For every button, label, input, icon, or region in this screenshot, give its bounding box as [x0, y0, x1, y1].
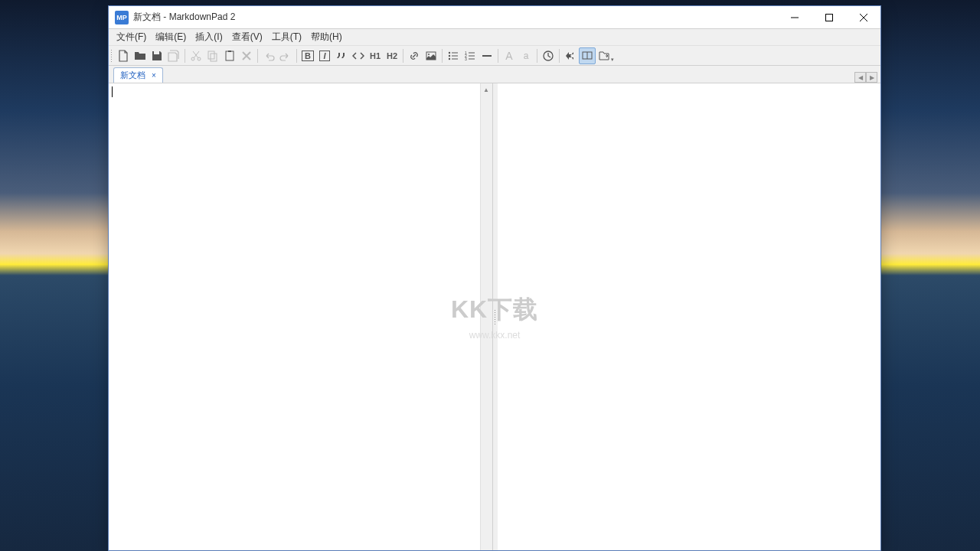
bullet-list-button[interactable]: [445, 47, 462, 64]
window-controls: [777, 6, 880, 28]
italic-button[interactable]: I: [316, 47, 333, 64]
copy-button: [204, 47, 221, 64]
tabbar: 新文档 × ◀ ▶: [109, 66, 880, 83]
link-button[interactable]: [406, 47, 423, 64]
horizontal-rule-button[interactable]: [479, 47, 495, 64]
app-icon: MP: [115, 11, 129, 24]
toolbar-grip: [110, 49, 113, 63]
toolbar-separator: [498, 49, 498, 63]
scroll-up-icon[interactable]: ▲: [481, 83, 492, 96]
toolbar-separator: [403, 49, 403, 63]
cut-button: [188, 47, 204, 64]
menu-file[interactable]: 文件(F): [112, 29, 151, 45]
menubar: 文件(F) 编辑(E) 插入(I) 查看(V) 工具(T) 帮助(H): [109, 29, 880, 46]
undo-button: [260, 47, 277, 64]
svg-rect-7: [211, 54, 217, 61]
quote-button[interactable]: [333, 47, 350, 64]
tab-nav: ◀ ▶: [854, 72, 877, 83]
toolbar-separator: [185, 49, 185, 63]
svg-point-13: [449, 54, 450, 56]
toggle-preview-button[interactable]: [562, 47, 579, 64]
toolbar-separator: [296, 49, 297, 63]
svg-point-12: [449, 51, 450, 53]
ordered-list-button[interactable]: 123: [462, 47, 479, 64]
delete-button: [238, 47, 255, 64]
image-button[interactable]: [423, 47, 439, 64]
svg-rect-8: [226, 51, 234, 60]
save-all-button: [165, 47, 182, 64]
h2-button[interactable]: H2: [384, 47, 400, 64]
toolbar-separator: [442, 49, 443, 63]
toolbar-separator: [537, 49, 537, 63]
document-tab[interactable]: 新文档 ×: [113, 67, 163, 83]
tab-scroll-right-button[interactable]: ▶: [866, 72, 877, 83]
open-file-button[interactable]: [132, 47, 149, 64]
window-title: 新文档 - MarkdownPad 2: [133, 11, 777, 24]
toolbar-separator: [257, 49, 258, 63]
svg-rect-6: [208, 51, 214, 59]
close-button[interactable]: [846, 6, 880, 28]
app-window: MP 新文档 - MarkdownPad 2 文件(F) 编辑(E) 插入(I)…: [108, 5, 881, 551]
h1-button[interactable]: H1: [367, 47, 384, 64]
svg-rect-1: [825, 14, 832, 21]
preview-pane: [498, 83, 881, 550]
menu-tools[interactable]: 工具(T): [267, 29, 306, 45]
new-file-button[interactable]: [115, 47, 132, 64]
menu-help[interactable]: 帮助(H): [306, 29, 347, 45]
live-preview-button[interactable]: [579, 47, 596, 64]
bold-button[interactable]: B: [299, 47, 316, 64]
toolbar-overflow-icon[interactable]: ▾: [611, 57, 614, 63]
maximize-button[interactable]: [812, 6, 846, 28]
tab-scroll-left-button[interactable]: ◀: [854, 72, 866, 83]
titlebar: MP 新文档 - MarkdownPad 2: [109, 6, 880, 29]
menu-insert[interactable]: 插入(I): [191, 29, 227, 45]
svg-text:3: 3: [465, 57, 467, 61]
svg-point-11: [428, 54, 430, 55]
tab-close-button[interactable]: ×: [149, 70, 159, 81]
tab-label: 新文档: [120, 70, 145, 81]
splitter-grip-icon: [494, 309, 496, 324]
uppercase-button: A: [501, 47, 518, 64]
paste-button[interactable]: [221, 47, 238, 64]
toolbar-separator: [559, 49, 560, 63]
export-button[interactable]: [596, 47, 612, 64]
editor-pane[interactable]: ▲: [109, 83, 493, 550]
toolbar: B I H1 H2 123 A a ▾: [109, 46, 880, 66]
save-button[interactable]: [149, 47, 165, 64]
text-cursor: [112, 86, 113, 97]
minimize-button[interactable]: [777, 6, 812, 28]
svg-rect-9: [228, 51, 231, 52]
editor-scrollbar[interactable]: ▲: [480, 83, 492, 550]
timestamp-button[interactable]: [540, 47, 557, 64]
lowercase-button: a: [518, 47, 534, 64]
svg-point-14: [449, 57, 450, 59]
code-button[interactable]: [350, 47, 367, 64]
menu-edit[interactable]: 编辑(E): [151, 29, 191, 45]
redo-button: [277, 47, 294, 64]
content-area: ▲ KK下载 www.kkx.net: [109, 83, 880, 550]
menu-view[interactable]: 查看(V): [227, 29, 267, 45]
